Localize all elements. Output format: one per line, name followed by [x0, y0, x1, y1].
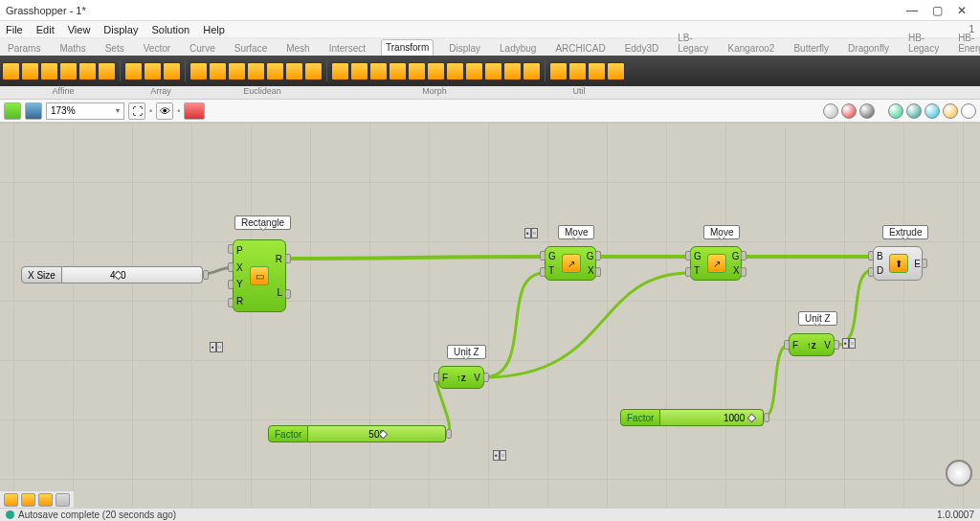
tab-display[interactable]: Display: [445, 41, 484, 56]
ribbon-button[interactable]: [228, 62, 246, 80]
ribbon-button[interactable]: [549, 62, 568, 80]
label-rectangle: Rectangle: [234, 215, 291, 230]
ribbon-button[interactable]: [124, 62, 143, 80]
input-grips[interactable]: [228, 240, 234, 311]
open-file-icon[interactable]: [4, 102, 21, 120]
ribbon-button[interactable]: [369, 62, 388, 80]
display-mode-ball[interactable]: [823, 103, 838, 119]
tab-hb-legacy[interactable]: HB-Legacy: [904, 31, 943, 56]
ribbon-group-labels: Affine Array Euclidean Morph Util: [0, 86, 980, 100]
tab-eddy3d[interactable]: Eddy3D: [621, 41, 663, 56]
ribbon-button[interactable]: [465, 62, 483, 80]
slider-x-size[interactable]: X Size 400: [21, 266, 203, 283]
ribbon-button[interactable]: [189, 62, 208, 80]
tab-intersect[interactable]: Intersect: [325, 41, 369, 56]
slider-factor-2[interactable]: Factor 1000: [620, 409, 764, 426]
sketch-icon[interactable]: [184, 102, 205, 120]
ribbon-button[interactable]: [523, 62, 541, 80]
display-mode-ball[interactable]: [841, 103, 857, 119]
tab-archicad[interactable]: ARCHICAD: [551, 41, 609, 56]
ribbon-button[interactable]: [427, 62, 445, 80]
ribbon-button[interactable]: [389, 62, 407, 80]
ribbon-button[interactable]: [40, 62, 58, 80]
ribbon-button[interactable]: [21, 62, 39, 80]
output-grip[interactable]: [764, 413, 769, 422]
display-mode-ball[interactable]: [888, 103, 903, 119]
close-button[interactable]: ✕: [949, 4, 974, 17]
ribbon-button[interactable]: [304, 62, 323, 80]
tab-sets[interactable]: Sets: [101, 41, 128, 56]
component-move-2[interactable]: GT ↗ GX: [690, 246, 742, 281]
corner-btn-2[interactable]: [21, 493, 35, 507]
menu-file[interactable]: File: [6, 24, 23, 35]
output-grips[interactable]: [285, 240, 291, 311]
component-extrude[interactable]: BD ⬆ E: [873, 246, 923, 281]
tab-vector[interactable]: Vector: [140, 41, 174, 56]
display-mode-ball[interactable]: [906, 103, 922, 119]
canvas-nav-compass[interactable]: [946, 460, 972, 487]
component-move-1[interactable]: GT ↗ GX: [545, 246, 596, 281]
slider-factor-1[interactable]: Factor 500: [268, 425, 446, 442]
stream-filter-icon[interactable]: ▪▫: [842, 338, 856, 349]
stream-filter-icon[interactable]: ▪▫: [493, 450, 506, 461]
minimize-button[interactable]: —: [900, 4, 924, 17]
preview-icon[interactable]: 👁: [156, 102, 173, 120]
save-file-icon[interactable]: [25, 102, 42, 120]
ribbon-button[interactable]: [266, 62, 284, 80]
tab-ladybug[interactable]: Ladybug: [496, 41, 540, 56]
display-mode-ball[interactable]: [924, 103, 940, 119]
output-grip[interactable]: [446, 429, 452, 439]
ribbon-button[interactable]: [503, 62, 522, 80]
menu-help[interactable]: Help: [203, 24, 225, 35]
ribbon-button[interactable]: [98, 62, 116, 80]
ribbon-button[interactable]: [2, 62, 20, 80]
ribbon-button[interactable]: [247, 62, 265, 80]
tab-kangaroo2[interactable]: Kangaroo2: [724, 41, 778, 56]
ribbon-button[interactable]: [331, 62, 349, 80]
tab-maths[interactable]: Maths: [56, 41, 89, 56]
menu-solution[interactable]: Solution: [151, 24, 189, 35]
corner-btn-3[interactable]: [38, 493, 53, 507]
tab-lb-legacy[interactable]: LB-Legacy: [674, 31, 712, 56]
zoom-dropdown[interactable]: 173%: [46, 102, 124, 120]
component-rectangle[interactable]: PXYR ▭ RL: [233, 239, 286, 312]
ribbon-button[interactable]: [568, 62, 587, 80]
ribbon-button[interactable]: [446, 62, 464, 80]
display-mode-ball[interactable]: [943, 103, 958, 119]
ribbon-button[interactable]: [144, 62, 162, 80]
stream-filter-icon[interactable]: ▪▫: [210, 342, 223, 352]
canvas[interactable]: X Size 400 Rectangle PXYR ▭ RL Move ▪▫ G…: [0, 123, 980, 508]
tab-transform[interactable]: Transform: [381, 39, 434, 56]
ribbon-button[interactable]: [78, 62, 97, 80]
slider-thumb[interactable]: [747, 414, 757, 423]
ribbon-button[interactable]: [484, 62, 502, 80]
tab-butterfly[interactable]: Butterfly: [790, 41, 833, 56]
ribbon-button[interactable]: [588, 62, 606, 80]
tab-params[interactable]: Params: [4, 41, 44, 56]
stream-filter-icon[interactable]: ▪▫: [524, 228, 538, 238]
menu-edit[interactable]: Edit: [36, 24, 55, 35]
display-mode-ball[interactable]: [961, 103, 976, 119]
tab-curve[interactable]: Curve: [186, 41, 219, 56]
menu-display[interactable]: Display: [103, 24, 138, 35]
display-mode-ball[interactable]: [859, 103, 875, 119]
ribbon-button[interactable]: [59, 62, 78, 80]
ribbon-button[interactable]: [350, 62, 368, 80]
corner-btn-1[interactable]: [4, 493, 18, 507]
tab-surface[interactable]: Surface: [231, 41, 271, 56]
maximize-button[interactable]: ▢: [924, 4, 949, 17]
tab-hb-energy[interactable]: HB-Energy: [954, 31, 980, 56]
ribbon-button[interactable]: [285, 62, 303, 80]
ribbon-button[interactable]: [209, 62, 227, 80]
ribbon-button[interactable]: [607, 62, 625, 80]
output-grip[interactable]: [203, 270, 209, 280]
corner-btn-4[interactable]: [56, 493, 70, 507]
ribbon-button[interactable]: [163, 62, 181, 80]
component-unitz-2[interactable]: F ↑z V: [789, 333, 835, 356]
tab-dragonfly[interactable]: Dragonfly: [844, 41, 893, 56]
menu-view[interactable]: View: [68, 24, 91, 35]
tab-mesh[interactable]: Mesh: [282, 41, 313, 56]
component-unitz-1[interactable]: F ↑z V: [438, 366, 484, 389]
zoom-extents-icon[interactable]: ⛶: [128, 102, 145, 120]
ribbon-button[interactable]: [408, 62, 426, 80]
